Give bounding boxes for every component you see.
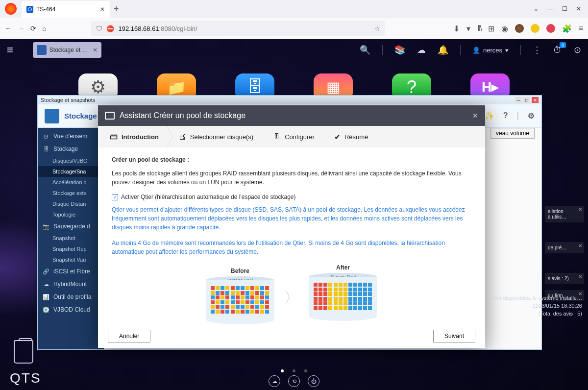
download-icon[interactable]: ⬇ <box>453 24 460 33</box>
library-icon[interactable]: II\ <box>477 24 481 33</box>
chevron-down-icon[interactable]: ⌄ <box>534 5 539 12</box>
sidebar-item-snapshot-replica[interactable]: Snapshot Rep <box>38 244 104 254</box>
new-tab-button[interactable]: + <box>114 4 119 14</box>
window-maximize[interactable]: ☐ <box>562 5 567 12</box>
sidebar-item-storage-snapshot[interactable]: Stockage/Sna <box>38 166 104 177</box>
sync-icon[interactable]: ⟲ <box>288 375 300 387</box>
step-select-disks[interactable]: 🖨Sélectionner disque(s) <box>178 132 253 141</box>
sliders-icon: 🎚 <box>273 132 281 141</box>
browser-tab[interactable]: TS-464 ✕ <box>22 1 110 18</box>
separator <box>460 45 461 55</box>
pocket-icon[interactable]: ▾ <box>466 24 470 33</box>
qtier-label: Activer Qtier (hiérarchisation automatiq… <box>121 194 295 200</box>
notification-card[interactable]: ✕allationà utilis… <box>545 206 584 222</box>
nav-back[interactable]: ← <box>5 24 12 32</box>
bell-icon[interactable]: 🔔 <box>438 45 448 55</box>
sidebar-section-vjbod[interactable]: 💽VJBOD Cloud <box>38 303 104 316</box>
lock-slash-icon[interactable]: ⛔ <box>106 25 114 32</box>
nav-home[interactable]: ⌂ <box>42 24 46 32</box>
sidebar-item-external[interactable]: Stockage exte <box>38 188 104 198</box>
wizard-intro-text: Les pools de stockage allient des groupe… <box>112 169 471 187</box>
qts-logo: QTS <box>10 370 41 386</box>
cloud-icon[interactable]: ☁ <box>269 375 280 387</box>
qtier-checkbox-row[interactable]: ✓ Activer Qtier (hiérarchisation automat… <box>112 194 471 200</box>
addon-icon-5[interactable]: 🧩 <box>562 24 572 33</box>
addon-icon-1[interactable]: ◉ <box>501 24 508 33</box>
backup-icon[interactable]: ☁ <box>417 45 426 55</box>
sidebar-section-storage[interactable]: 🗄Stockage <box>38 143 104 155</box>
close-icon[interactable]: ✕ <box>472 112 478 120</box>
addon-icon-4[interactable] <box>546 24 555 33</box>
gauge-icon[interactable]: ⊙ <box>574 45 581 55</box>
qtier-description: Qtier vous permet d'ajouter différents t… <box>112 205 471 232</box>
qnap-favicon <box>26 6 33 13</box>
checkbox-icon[interactable]: ✓ <box>112 194 118 200</box>
gear-icon[interactable]: ⚙ <box>528 111 535 121</box>
sidebar-item-snapshot-vault[interactable]: Snapshot Vau <box>38 254 104 265</box>
sidebar-section-profiling[interactable]: 📊Outil de profila <box>38 291 104 303</box>
check-circle-icon: ✔ <box>334 132 341 142</box>
close-icon[interactable]: ✕ <box>578 243 582 248</box>
more-icon[interactable]: ⋮ <box>533 45 541 55</box>
power-icon[interactable]: ⏻ <box>308 375 319 387</box>
win-minimize[interactable]: – <box>515 97 522 103</box>
sidebar-item-disks[interactable]: Disques/VJBO <box>38 155 104 166</box>
step-configure[interactable]: 🎚Configurer <box>273 132 315 141</box>
after-label: After <box>309 264 377 271</box>
nav-forward: → <box>18 24 24 32</box>
step-summary[interactable]: ✔Résumé <box>334 132 368 142</box>
user-menu[interactable]: 👤 nerces ▾ <box>472 47 509 54</box>
sidebar-section-overview[interactable]: ◷Vue d'ensem <box>38 130 104 143</box>
new-volume-button[interactable]: veau volume <box>490 128 535 139</box>
addon-icon-3[interactable] <box>531 24 539 33</box>
cancel-button[interactable]: Annuler <box>108 330 150 342</box>
sidebar-item-topology[interactable]: Topologie <box>38 209 104 220</box>
help-icon[interactable]: ? <box>503 111 508 121</box>
shield-icon[interactable]: 🛡 <box>96 25 102 32</box>
notification-card[interactable]: ✕de pré… <box>545 242 584 253</box>
window-title: Stockage et snapshots <box>41 97 95 103</box>
menu-icon[interactable]: ≡ <box>579 24 583 33</box>
window-close[interactable]: ✕ <box>576 5 581 12</box>
volume-icon[interactable]: 📚 <box>394 45 405 55</box>
addon-icon-2[interactable] <box>515 24 524 33</box>
close-icon[interactable]: ✕ <box>578 274 582 279</box>
storage-header-title: Stockage e <box>64 112 103 120</box>
win-maximize[interactable]: □ <box>523 97 530 103</box>
notification-card[interactable]: ✕s avis : 2) <box>545 273 584 284</box>
sidebar-item-acceleration[interactable]: Accélération d <box>38 177 104 188</box>
app-tab-close[interactable]: ✕ <box>93 47 98 53</box>
separator <box>382 45 383 55</box>
user-icon: 👤 <box>472 47 480 54</box>
container-icon[interactable]: ⊞ <box>488 24 494 33</box>
sidebar-section-iscsi[interactable]: 🔗iSCSI et Fibre <box>38 265 104 278</box>
open-app-tab[interactable]: Stockage et … ✕ <box>33 42 101 58</box>
sidebar-item-snapshot[interactable]: Snapshot <box>38 233 104 244</box>
win-close[interactable]: ✕ <box>532 97 539 103</box>
separator: | <box>517 111 519 121</box>
qtier-memory-note: Au moins 4 Go de mémoire sont recommandé… <box>112 239 471 256</box>
sidebar-section-hybrid[interactable]: ☁HybridMount <box>38 278 104 291</box>
wand-icon[interactable]: ✨ <box>485 111 494 121</box>
sidebar-item-remote[interactable]: Disque Distan <box>38 198 104 209</box>
main-menu-icon[interactable]: ≡ <box>7 44 13 56</box>
window-minimize[interactable]: — <box>547 5 553 12</box>
close-icon[interactable]: ✕ <box>578 207 582 212</box>
step-introduction[interactable]: 🗃Introduction <box>110 132 159 141</box>
url-text: 192.168.68.61:8080/cgi-bin/ <box>118 25 197 32</box>
storage-header-icon <box>45 109 59 123</box>
trash-icon[interactable] <box>14 340 33 364</box>
wizard-title: Assistant Créer un pool de stockage <box>120 111 245 120</box>
printer-icon: 🖨 <box>178 132 186 141</box>
next-button[interactable]: Suivant <box>433 330 475 342</box>
address-bar[interactable]: 🛡 ⛔ 192.168.68.61:8080/cgi-bin/ ☆ <box>91 21 385 36</box>
bookmark-star-icon[interactable]: ☆ <box>374 25 380 32</box>
tab-close-icon[interactable]: ✕ <box>100 6 105 13</box>
database-icon: 🗄 <box>43 146 49 152</box>
dashboard-icon[interactable]: ⏱8 <box>553 45 562 55</box>
search-icon[interactable]: 🔍 <box>360 45 370 55</box>
desktop-pager[interactable] <box>281 369 307 372</box>
sidebar-section-backup[interactable]: 📷Sauvegarde d <box>38 220 104 233</box>
nav-reload[interactable]: ⟳ <box>30 24 36 32</box>
sidebar: ◷Vue d'ensem 🗄Stockage Disques/VJBO Stoc… <box>38 128 104 349</box>
